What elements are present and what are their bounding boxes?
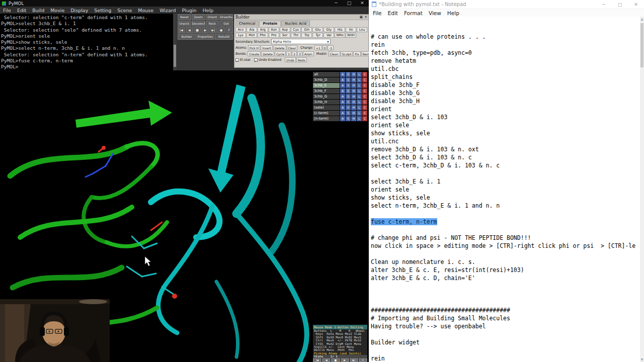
tool-builder[interactable]: Builder [178, 34, 196, 40]
object-action-3chb-g-c[interactable]: C [362, 94, 367, 99]
minimize-icon[interactable]: ─ [596, 0, 612, 9]
residue-cys[interactable]: Cys [291, 27, 301, 32]
builder-tab-nucleic-acid[interactable]: Nucleic Acid [281, 21, 310, 27]
notepad-menu-view[interactable]: View [426, 10, 444, 16]
checkbox-el-stat[interactable]: ✓El-stat [235, 58, 251, 62]
charge-0[interactable]: 0 [323, 45, 328, 50]
object-action-sele-a[interactable]: A [340, 105, 345, 110]
object-name-3chb-d[interactable]: 3chb_D [313, 77, 340, 82]
residue-pro[interactable]: Pro [269, 33, 279, 38]
object-action-3chb-d-a[interactable]: A [340, 77, 345, 82]
object-action-n-term-a[interactable]: A [340, 116, 345, 121]
object-action-3chb-g-l[interactable]: L [357, 94, 362, 99]
vcr-btn[interactable]: ▶ [341, 358, 349, 362]
pymol-titlebar[interactable]: PyMOL ─ □ ✕ [0, 0, 369, 7]
model-fix[interactable]: Fix [353, 51, 360, 56]
pymol-menu-plugin[interactable]: Plugin [179, 8, 200, 13]
builder-close-icon[interactable]: ✕ [364, 15, 367, 19]
residue-his[interactable]: His [335, 27, 345, 32]
model-sculpt[interactable]: Sculpt [341, 51, 353, 56]
pymol-console[interactable]: Selector: selection "c-term" defined wit… [0, 14, 173, 70]
object-action-n-term-c[interactable]: C [362, 116, 367, 121]
residue-arg[interactable]: Arg [258, 27, 268, 32]
object-action-c-term-h[interactable]: H [351, 111, 356, 116]
object-action-sele-s[interactable]: S [346, 105, 351, 110]
movie-btn[interactable]: ▶| [209, 27, 217, 33]
object-action-3chb-g-h[interactable]: H [351, 94, 356, 99]
residue-val[interactable]: Val [324, 33, 334, 38]
object-action-3chb-h-l[interactable]: L [357, 100, 362, 105]
object-name-3chb-e[interactable]: 3chb_E [313, 83, 340, 88]
select-rock[interactable]: Rock [206, 21, 219, 27]
notepad-menu-format[interactable]: Format [401, 10, 426, 16]
object-action-3chb-d-s[interactable]: S [346, 77, 351, 82]
object-action-c-term-a[interactable]: A [340, 111, 345, 116]
object-action-3chb-f-a[interactable]: A [340, 88, 345, 94]
builder-tab-protein[interactable]: Protein [259, 21, 281, 27]
pymol-menu-build[interactable]: Build [29, 8, 47, 13]
pymol-menu-help[interactable]: Help [200, 8, 217, 13]
residue-phe[interactable]: Phe [258, 33, 268, 38]
scroll-down-icon[interactable]: ▼ [640, 357, 644, 362]
pymol-menu-file[interactable]: File [0, 8, 14, 13]
movie-btn[interactable]: ▶ [202, 27, 209, 33]
pymol-menu-scene[interactable]: Scene [114, 8, 135, 13]
object-action-3chb-h-s[interactable]: S [346, 100, 351, 105]
residue-nme[interactable]: NMe [335, 33, 345, 38]
object-name-c-term[interactable]: (c-term) [313, 111, 340, 116]
residue-met[interactable]: Met [247, 33, 257, 38]
object-action-3chb-h-h[interactable]: H [351, 100, 356, 105]
object-action-3chb-d-l[interactable]: L [357, 77, 362, 82]
residue-ile[interactable]: Ile [346, 27, 356, 32]
notepad-titlebar[interactable]: *Building with pymol.txt - Notepad ─ □ ✕ [369, 0, 644, 9]
scroll-up-icon[interactable]: ▲ [640, 17, 644, 22]
movie-f[interactable]: F [225, 27, 233, 33]
object-action-3chb-e-l[interactable]: L [357, 83, 362, 88]
movie-btn[interactable]: |◀ [178, 27, 185, 33]
pymol-menu-edit[interactable]: Edit [14, 8, 29, 13]
atoms-clear[interactable]: Clear [287, 45, 298, 50]
vcr-btn[interactable]: ◀ [322, 358, 331, 362]
pymol-menu-setting[interactable]: Setting [91, 8, 114, 13]
maximize-icon[interactable]: □ [343, 0, 356, 7]
notepad-scrollbar[interactable]: ▲ ▼ [640, 17, 644, 362]
object-action-c-term-s[interactable]: S [346, 111, 351, 116]
vcr-btn[interactable]: |◀ [313, 358, 321, 362]
pymol-menu-display[interactable]: Display [67, 8, 91, 13]
tool-rebuild[interactable]: Rebuild [215, 34, 233, 40]
object-action-3chb-e-c[interactable]: C [362, 83, 367, 88]
object-action-3chb-h-c[interactable]: C [362, 100, 367, 105]
residue-gln[interactable]: Gln [301, 27, 312, 32]
select-deselect[interactable]: Deselect [192, 21, 205, 27]
object-action-3chb-f-s[interactable]: S [346, 88, 351, 94]
notepad-menu-help[interactable]: Help [444, 10, 462, 16]
camera-orient[interactable]: Orient [206, 14, 219, 20]
select-unpick[interactable]: Unpick [178, 21, 191, 27]
bonds-1[interactable]: 1 [286, 51, 291, 56]
object-action-c-term-l[interactable]: L [357, 111, 362, 116]
residue-gly[interactable]: Gly [324, 27, 334, 32]
residue-leu[interactable]: Leu [357, 27, 367, 32]
object-name-3chb-f[interactable]: 3chb_F [313, 88, 340, 94]
object-action-3chb-f-c[interactable]: C [362, 88, 367, 94]
notepad-menu-edit[interactable]: Edit [385, 10, 401, 16]
camera-draw-ray[interactable]: Draw/Ray [219, 14, 233, 20]
object-action-3chb-d-h[interactable]: H [351, 77, 356, 82]
residue-asp[interactable]: Asp [280, 27, 290, 32]
console-scrollbar-thumb[interactable] [174, 45, 176, 67]
movie-btn[interactable]: ● [217, 27, 225, 33]
atoms-delete[interactable]: Delete [273, 45, 286, 50]
movie-btn[interactable]: ◀ [186, 27, 193, 33]
object-action-n-term-s[interactable]: S [346, 116, 351, 121]
close-icon[interactable]: ✕ [628, 0, 644, 9]
residue-glu[interactable]: Glu [312, 27, 323, 32]
builder-tab-chemical[interactable]: Chemical [235, 21, 259, 27]
object-action-all-h[interactable]: H [351, 72, 356, 77]
object-name-3chb-h[interactable]: 3chb_H [313, 100, 340, 105]
camera-reset[interactable]: Reset [178, 14, 191, 20]
movie-btn[interactable]: ■ [194, 27, 201, 33]
residue-trp[interactable]: Trp [301, 33, 312, 38]
bonds-arom[interactable]: Arom [303, 51, 314, 56]
residue-ala[interactable]: Ala [247, 27, 257, 32]
object-action-all-c[interactable]: C [362, 72, 367, 77]
